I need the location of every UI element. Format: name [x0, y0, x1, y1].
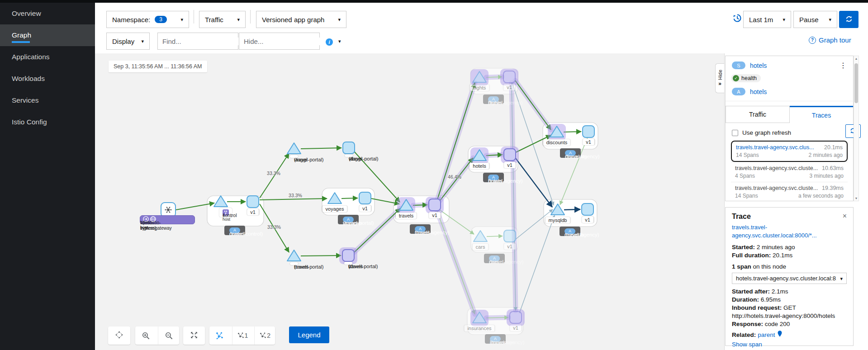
expand-arrows-icon: [190, 331, 198, 341]
sidebar-item-overview[interactable]: Overview: [0, 3, 95, 24]
cars-app-label[interactable]: Acars(travel-agency): [484, 254, 505, 263]
viaggi-v1-label[interactable]: viaggiv1(travel-portal): [345, 154, 353, 157]
traffic-dropdown[interactable]: Traffic ▾: [199, 11, 246, 28]
graph-node-control-v1[interactable]: [247, 196, 259, 208]
show-span-link[interactable]: Show span: [732, 341, 762, 348]
trace-url-link[interactable]: travels.travel-agency.svc.cluster.local:…: [732, 224, 817, 239]
layout-1-button[interactable]: 1: [232, 326, 253, 345]
scroll-up-icon[interactable]: ▲: [854, 57, 859, 60]
trace-list-item[interactable]: travels.travel-agency.svc.cluste...19.39…: [731, 182, 848, 201]
mysqldb-v1-label[interactable]: v1: [582, 217, 593, 223]
tab-traces[interactable]: Traces: [790, 106, 853, 123]
refresh-button[interactable]: [839, 11, 859, 28]
graph-canvas[interactable]: istio-ingressgatewaylatest(istio-system)…: [95, 53, 724, 350]
related-parent-link[interactable]: parent: [758, 331, 775, 339]
graph-node-cars-v1[interactable]: [504, 230, 516, 242]
scrollbar-thumb[interactable]: [854, 63, 858, 103]
istio-ingressgateway-label[interactable]: istio-ingressgatewaylatest(istio-system)…: [140, 215, 195, 224]
control-workload-label[interactable]: control1 host: [219, 208, 232, 217]
discounts-app-label[interactable]: Adiscounts(travel-agency): [560, 148, 581, 158]
display-dropdown[interactable]: Display ▾: [106, 33, 150, 50]
travels-label[interactable]: travels: [396, 213, 417, 219]
mysqldb-app-label[interactable]: Amysqldb(travel-agency): [560, 227, 580, 236]
graph-node-travels-agency-v1[interactable]: [429, 199, 441, 211]
cars-v1-label[interactable]: v1: [504, 243, 516, 250]
graph-node-insurances-v1[interactable]: [510, 312, 522, 323]
sidebar-item-graph[interactable]: Graph: [0, 24, 95, 46]
time-range-dropdown[interactable]: Last 1m ▾: [743, 11, 791, 28]
trace-spans: 14 Spans: [735, 193, 758, 199]
hide-input-group: ▾: [239, 33, 320, 50]
discounts-label[interactable]: discounts: [543, 139, 570, 146]
map-pin-icon: [777, 331, 783, 339]
insurances-label[interactable]: insurances: [464, 325, 494, 331]
sidebar-item-istio-config[interactable]: Istio Config: [0, 111, 95, 133]
graph-node-travels-portal-app[interactable]: [287, 250, 301, 261]
graph-type-dropdown[interactable]: Versioned app graph ▾: [256, 11, 346, 28]
graph-node-voyages-v1[interactable]: [359, 192, 371, 204]
chevron-down-icon: ▾: [338, 17, 341, 23]
legend-button[interactable]: Legend: [289, 326, 329, 343]
zoom-out-button[interactable]: [158, 326, 179, 345]
voyages-app-label[interactable]: Avoyages(travel-portal): [338, 215, 359, 224]
graph-node-hotels-v1[interactable]: [504, 149, 516, 161]
travels-portal-v1-label[interactable]: travelsv1(travel-portal): [344, 262, 352, 265]
graph-edge: [342, 198, 358, 199]
graph-edge: [437, 211, 475, 314]
hide-input[interactable]: [239, 38, 338, 45]
sidebar-item-services[interactable]: Services: [0, 90, 95, 111]
fit-to-screen-button[interactable]: [183, 326, 205, 345]
graph-node-viaggi-v1[interactable]: [343, 142, 355, 154]
layout-default-button[interactable]: [209, 326, 230, 345]
namespace-dropdown[interactable]: Namespace: 3 ▾: [106, 11, 189, 28]
pan-button[interactable]: [108, 326, 130, 345]
gear-icon: [167, 208, 170, 211]
sidebar-item-applications[interactable]: Applications: [0, 46, 95, 68]
service-name-link[interactable]: hotels: [750, 62, 767, 69]
tab-traffic[interactable]: Traffic: [726, 106, 790, 123]
insurances-app-label[interactable]: Ainsurances(travel-agency): [485, 334, 506, 344]
span-node-select[interactable]: hotels.travel-agency.svc.cluster.local:8…: [732, 273, 847, 284]
graph-node-discounts-v1[interactable]: [583, 126, 594, 137]
zoom-in-button[interactable]: [135, 326, 156, 345]
travels-app-label[interactable]: Atravels(travel-agency): [410, 224, 431, 234]
trace-list-item[interactable]: travels.travel-agency.svc.cluste...10.63…: [731, 162, 848, 182]
hotels-app-label[interactable]: Ahotels(travel-agency): [483, 173, 504, 182]
discounts-v1-label[interactable]: v1: [583, 139, 594, 145]
voyages-v1-label[interactable]: v1: [359, 205, 371, 212]
mysqldb-label[interactable]: mysqldb: [545, 217, 570, 223]
graph-node-mysqldb-v1[interactable]: [582, 203, 593, 215]
sidebar-item-workloads[interactable]: Workloads: [0, 68, 95, 90]
trace-list-scrollbar[interactable]: ▲ ▼: [854, 56, 859, 201]
flights-label[interactable]: flights: [470, 85, 489, 91]
control-v1-label[interactable]: v1: [247, 209, 259, 215]
graph-node-travels-portal-v1[interactable]: [342, 250, 354, 261]
use-graph-refresh-checkbox[interactable]: [732, 130, 738, 136]
voyages-label[interactable]: voyages: [323, 206, 347, 212]
info-circle-icon[interactable]: i: [326, 38, 333, 46]
pause-dropdown[interactable]: Pause ▾: [793, 11, 837, 28]
viaggi-label[interactable]: viaggi(travel-portal): [290, 155, 298, 158]
app-name-link[interactable]: hotels: [750, 88, 767, 95]
kebab-menu-icon[interactable]: ⋮: [840, 61, 847, 70]
cars-label[interactable]: cars: [473, 244, 489, 250]
flights-v1-label[interactable]: v1: [503, 84, 515, 90]
hotels-v1-label[interactable]: v1: [504, 162, 516, 168]
graph-node-flights-v1[interactable]: [503, 71, 515, 83]
x-icon[interactable]: ×: [843, 212, 847, 220]
travels-v1-label[interactable]: v1: [429, 212, 441, 218]
graph-tour-link[interactable]: ? Graph tour: [809, 36, 851, 44]
flights-app-label[interactable]: Aflights(travel-agency): [483, 95, 504, 104]
graph-node-viaggi-app[interactable]: [287, 143, 301, 154]
hide-panel-tab[interactable]: Hide »: [715, 63, 724, 93]
history-clock-icon[interactable]: [732, 13, 743, 25]
trace-list-item[interactable]: travels.travel-agency.svc.clus...20.1ms1…: [731, 141, 848, 162]
travels-portal-label[interactable]: travels(travel-portal): [290, 262, 298, 265]
scroll-down-icon[interactable]: ▼: [854, 197, 859, 200]
chevron-down-icon[interactable]: ▾: [338, 38, 345, 44]
hotels-label[interactable]: hotels: [470, 163, 489, 169]
layout-2-button[interactable]: 2: [254, 326, 275, 345]
sync-icon: [845, 15, 853, 24]
control-app-label[interactable]: Acontrol(travel-control): [224, 226, 245, 235]
insurances-v1-label[interactable]: v1: [510, 325, 522, 331]
